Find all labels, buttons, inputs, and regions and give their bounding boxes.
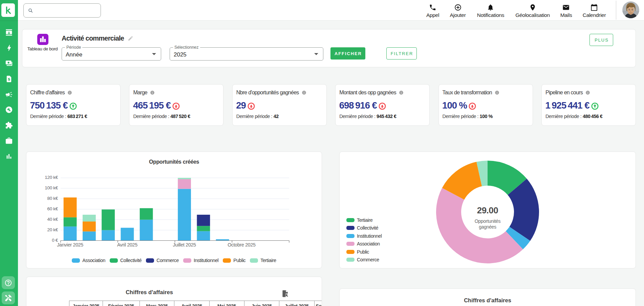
kpi-title: Taux de transformation [443,90,492,96]
table-col-header: Juillet 2025 [279,301,315,306]
donut-center-label: Opportunitésgagnées [475,218,501,230]
donut-legend-item[interactable]: Public [346,249,382,255]
calendar-icon [591,4,598,11]
invoice-icon: $ [5,75,13,83]
sidebar-item-affaires[interactable] [0,133,18,149]
dropdown-caret-icon [152,53,156,55]
sidebar-item-parametres[interactable] [2,291,15,304]
sidebar-item-contacts[interactable] [0,25,18,40]
sidebar-item-aide[interactable] [2,276,15,289]
bar-segment-association[interactable] [83,231,96,240]
export-table-icon[interactable] [281,290,289,298]
kpi-value-row: 29 [236,100,255,111]
donut-legend-item[interactable]: Institutionnel [346,233,382,239]
bar-segment-collectivité[interactable] [64,217,77,227]
bar-legend-item[interactable]: Collectivité [110,258,142,263]
donut-chart-panel: 29.00 Opportunitésgagnées TertiaireColle… [339,151,636,268]
annee-select[interactable]: Sélectionnez 2025 [170,47,323,61]
nav-calendrier[interactable]: Calendrier [583,4,606,18]
plus-button[interactable]: PLUS [589,34,613,46]
bar-segment-collectivité[interactable] [197,226,210,231]
donut-legend-item[interactable]: Tertiaire [346,217,382,223]
nav-notifications[interactable]: Notifications [477,4,505,18]
periode-label: Période [65,45,82,50]
trend-down-icon [469,102,476,110]
bar-segment-commerce[interactable] [197,215,210,226]
bar-segment-institutionnel[interactable] [178,179,191,189]
search-icon [28,7,33,14]
afficher-button[interactable]: AFFICHER [330,47,365,60]
table-col-header: Mars 2025 [140,301,174,306]
bar-legend-item[interactable]: Association [72,258,105,263]
nav-golocalisation[interactable]: Géolocalisation [515,4,550,18]
edit-title-icon[interactable] [128,36,133,41]
table-col-header: Mai 2025 [209,301,244,306]
bar-segment-association[interactable] [102,230,115,241]
trend-down-icon [379,102,386,110]
sidebar-item-statistiques[interactable] [0,148,18,164]
legend-label: Public [233,258,245,263]
legend-chip [183,258,191,263]
kpi-value-row: 465 195 € [133,100,180,111]
dashboard-type-label: Tableau de bord [19,46,66,51]
kpi-last-value: 42 [274,114,279,119]
bar-segment-public[interactable] [64,197,77,217]
kpi-head: Marge [133,90,155,96]
table-scroll-area[interactable]: Janvier 2025Février 2025Mars 2025Avril 2… [69,301,322,306]
kpi-last-value: 100 % [479,114,492,119]
page-title: Activité commerciale [62,34,124,42]
kpi-last-period: Dernière période : 487 520 € [133,114,190,119]
bar-segment-tertiaire[interactable] [83,215,96,221]
sidebar-item-actions[interactable] [0,40,18,56]
donut-legend-item[interactable]: Association [346,241,382,247]
bar-segment-association[interactable] [121,228,134,241]
filtrer-button[interactable]: FILTRER [386,47,417,60]
legend-label: Collectivité [357,225,378,231]
bar-legend-item[interactable]: Institutionnel [183,258,218,263]
legend-label: Tertiaire [357,217,372,223]
info-icon [150,90,155,95]
search-input[interactable] [33,4,101,17]
bar-segment-association[interactable] [140,220,153,241]
bottom-chart-title: Chiffres d'affaires [340,297,636,304]
bar-segment-association[interactable] [178,189,191,241]
kpi-last-label: Dernière période : [339,114,377,119]
bar-segment-collectivité[interactable] [102,210,115,230]
sidebar-item-outils[interactable] [0,102,18,118]
sidebar-item-extensions[interactable] [0,118,18,133]
nav-ajouter[interactable]: Ajouter [450,4,466,18]
bar-legend-item[interactable]: Public [223,258,245,263]
nav-mails[interactable]: Mails [560,4,572,18]
nav-label: Ajouter [450,12,466,18]
bar-legend-item[interactable]: Tertiaire [250,258,276,263]
bar-segment-tertiaire[interactable] [178,178,191,179]
kpi-value-row: 100 % [442,100,476,111]
kpi-title: Chiffre d'affaires [30,90,65,96]
donut-legend-item[interactable]: Collectivité [346,225,382,231]
kpi-last-value: 683 271 € [67,114,87,119]
koban-logo[interactable] [1,3,15,17]
kpi-title: Marge [133,90,147,96]
bar-segment-association[interactable] [197,231,210,241]
search-box[interactable] [23,3,101,18]
puzzle-icon [5,121,13,129]
sidebar-item-marketing[interactable] [0,87,18,102]
user-avatar[interactable] [622,1,639,18]
dashboard-tile [37,34,48,45]
bar-legend-item[interactable]: Commerce [146,258,179,263]
periode-select[interactable]: Période Année [62,47,161,61]
kpi-last-period: Dernière période : 100 % [443,114,493,119]
nav-appel[interactable]: Appel [426,4,439,18]
bar-segment-collectivité[interactable] [140,208,153,220]
sidebar-item-factures[interactable]: $ [0,71,18,87]
k-logo-icon [2,3,15,17]
kpi-head: Taux de transformation [443,90,499,96]
donut-legend-item[interactable]: Commerce [346,257,382,263]
kpi-last-label: Dernière période : [443,114,480,119]
kpi-value: 1 925 441 € [545,100,589,111]
sidebar-divider [0,21,18,21]
bar-segment-public[interactable] [83,221,96,231]
sidebar-item-ventes[interactable] [0,56,18,71]
legend-chip [346,242,355,246]
bar-segment-association[interactable] [64,227,77,241]
